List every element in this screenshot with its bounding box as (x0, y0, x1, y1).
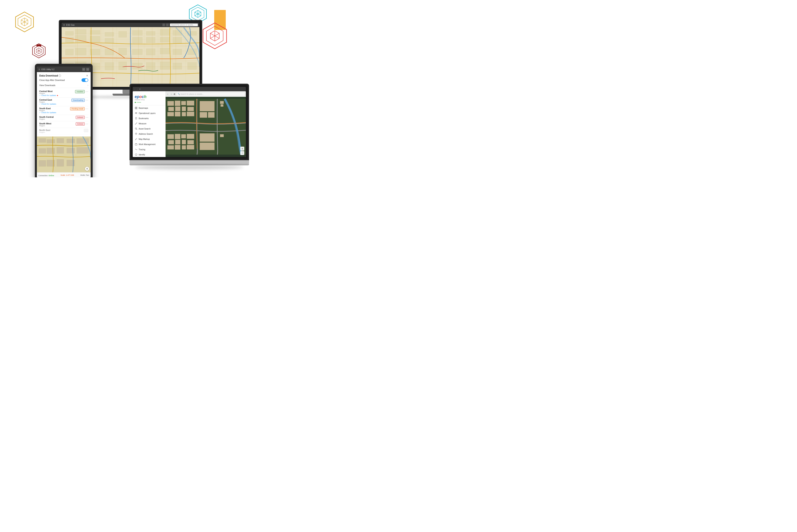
svg-rect-64 (119, 31, 127, 37)
operational-layers-icon (135, 112, 137, 115)
region-type: Region (39, 110, 70, 112)
svg-rect-61 (90, 36, 100, 42)
sidebar-item-bookmarks[interactable]: Bookmarks (133, 116, 165, 121)
tablet-back-btn[interactable]: ← (82, 68, 85, 71)
svg-rect-120 (136, 107, 137, 108)
svg-line-26 (198, 14, 201, 16)
region-menu-btn[interactable]: ⋯ (86, 90, 88, 93)
monitor-back-btn[interactable]: ← (163, 23, 165, 26)
svg-line-13 (36, 50, 39, 51)
laptop-map: ← → ⊕ 🔍 Search for places or assets... (166, 91, 246, 157)
region-check[interactable]: ✓ Check for Updates (39, 112, 70, 114)
svg-rect-105 (39, 138, 46, 142)
svg-line-16 (36, 51, 39, 52)
region-check[interactable]: ✓ Check for Updates (39, 103, 72, 105)
sidebar-item-operational-layers[interactable]: Operational Layers (133, 111, 165, 116)
hex-red (201, 22, 229, 50)
sidebar-item-address-search[interactable]: Address Search (133, 131, 165, 136)
region-menu-btn[interactable]: ⋯ (86, 99, 88, 102)
tablet-map-svg (37, 136, 91, 172)
svg-rect-87 (105, 62, 114, 70)
region-menu-btn[interactable]: ⋯ (86, 122, 88, 126)
svg-line-7 (24, 22, 28, 24)
laptop-back-nav[interactable]: ← (167, 93, 169, 95)
region-item-north-east: North East Region ... (39, 128, 88, 134)
tablet-forward-btn[interactable]: → (86, 68, 89, 71)
location-btn[interactable]: ⬆ (85, 167, 89, 171)
close-app-label: Close App After Download (39, 79, 65, 81)
svg-rect-72 (173, 37, 182, 43)
svg-rect-172 (200, 133, 214, 142)
sidebar-item-work-management[interactable]: Work Management (133, 142, 165, 147)
sidebar-item-identify[interactable]: i Identify (133, 152, 165, 157)
svg-rect-164 (187, 140, 194, 144)
svg-line-23 (198, 12, 201, 14)
svg-rect-78 (119, 48, 127, 55)
sidebar-label: Tracing (139, 149, 145, 151)
zoom-in-btn[interactable]: + (240, 147, 244, 151)
svg-rect-162 (175, 140, 180, 144)
monitor-toolbar: ☰ ESG Gas ← → Search for places or asset… (61, 23, 200, 27)
svg-rect-149 (168, 107, 174, 111)
svg-rect-93 (188, 62, 196, 70)
sidebar-label: Operational Layers (139, 112, 156, 114)
close-app-toggle[interactable] (81, 78, 88, 82)
laptop-globe-nav: ⊕ (173, 93, 175, 95)
laptop-forward-nav[interactable]: → (170, 93, 172, 95)
tablet-toolbar: ☰ ESG Utility 5.2 ← → (37, 66, 91, 72)
view-downloads-row[interactable]: View Downloads › (39, 83, 88, 88)
sidebar-item-measure[interactable]: Measure (133, 121, 165, 126)
svg-rect-146 (175, 101, 180, 106)
region-name: South Central (39, 116, 76, 118)
hex-gold-large (14, 11, 36, 33)
svg-rect-145 (167, 101, 174, 106)
svg-rect-60 (90, 31, 100, 35)
region-badge: Downloading (72, 99, 85, 102)
tablet-map: ⬆ (37, 136, 91, 172)
svg-rect-91 (160, 62, 170, 70)
svg-rect-123 (135, 113, 137, 113)
svg-line-32 (215, 33, 220, 36)
svg-rect-92 (173, 63, 182, 69)
laptop-back-btn[interactable]: ← (134, 88, 136, 90)
scale-text: Scale: 1:477,038 (61, 174, 74, 176)
svg-rect-74 (65, 49, 74, 55)
sidebar-label: Map Markup (139, 138, 150, 140)
svg-rect-110 (39, 149, 46, 153)
svg-rect-156 (187, 112, 194, 116)
tablet-hamburger[interactable]: ☰ (38, 68, 40, 71)
svg-line-6 (21, 22, 24, 24)
sidebar-item-basemaps[interactable]: Basemaps (133, 106, 165, 111)
svg-rect-111 (47, 148, 55, 154)
svg-rect-62 (105, 32, 114, 36)
region-menu-btn[interactable]: ⋯ (86, 107, 88, 110)
monitor-search[interactable]: Search for places or assets... (170, 23, 198, 26)
zoom-out-btn[interactable]: − (240, 151, 244, 155)
svg-rect-70 (160, 37, 170, 42)
basemaps-icon (135, 107, 137, 109)
region-check[interactable]: ✓ Check for Updates (39, 94, 75, 96)
svg-rect-161 (168, 140, 174, 144)
panel-close-btn[interactable]: ✕ (86, 74, 88, 77)
sidebar-item-asset-search[interactable]: Asset Search (133, 126, 165, 131)
laptop-aerial-map (166, 91, 246, 157)
svg-rect-165 (167, 146, 174, 149)
laptop-forward-btn[interactable]: → (136, 88, 138, 90)
address-search-icon (135, 133, 137, 135)
svg-rect-112 (57, 148, 64, 153)
monitor-forward-btn[interactable]: → (166, 23, 169, 26)
sidebar-item-map-markup[interactable]: Map Markup (133, 136, 165, 142)
laptop-globe-icon: ⊕ (139, 88, 141, 90)
online-dot (135, 102, 136, 103)
region-badge: Deleted (76, 116, 85, 119)
region-menu-btn[interactable]: ⋯ (86, 116, 88, 119)
svg-rect-58 (75, 30, 86, 35)
laptop-search-field[interactable]: 🔍 Search for places or assets... (176, 92, 245, 96)
svg-point-130 (136, 133, 136, 134)
monitor-hamburger[interactable]: ☰ (63, 24, 65, 26)
region-item-central-west: Central West Region ✓ Check for Updates … (39, 89, 88, 98)
region-list: Central West Region ✓ Check for Updates … (39, 89, 88, 134)
sidebar-item-tracing[interactable]: Tracing (133, 147, 165, 152)
laptop-shadow (135, 165, 243, 169)
svg-rect-117 (57, 159, 64, 166)
